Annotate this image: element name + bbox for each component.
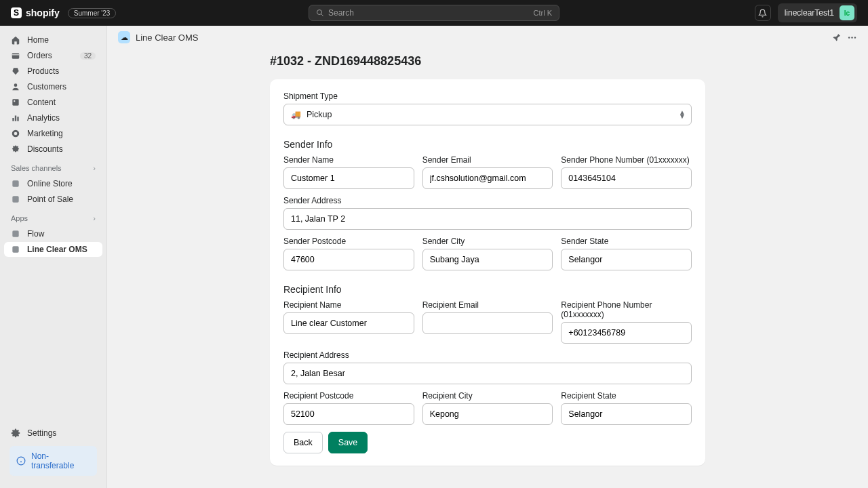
sender-address-input[interactable] [283, 208, 692, 230]
svg-rect-2 [12, 54, 20, 59]
sidebar-item-line-clear-oms[interactable]: Line Clear OMS [4, 242, 102, 257]
sidebar-item-pos[interactable]: Point of Sale [4, 192, 102, 207]
svg-point-3 [14, 83, 18, 87]
updown-icon: ▲▼ [679, 110, 686, 119]
brand-logo[interactable]: S shopify [11, 7, 60, 18]
shipment-type-select[interactable]: 🚚 Pickup ▲▼ [283, 104, 692, 125]
sender-city-input[interactable] [422, 249, 553, 270]
sidebar-item-label: Line Clear OMS [27, 245, 87, 254]
sidebar-item-label: Home [27, 35, 49, 45]
recipient-city-label: Recipient City [422, 391, 553, 401]
logo-icon: S [11, 7, 22, 18]
recipient-postcode-input[interactable] [283, 403, 414, 425]
home-icon [11, 35, 20, 45]
sidebar-item-discounts[interactable]: Discounts [4, 142, 102, 157]
sidebar-item-settings[interactable]: Settings [4, 426, 102, 441]
sender-city-label: Sender City [422, 237, 553, 246]
search-icon [316, 9, 324, 17]
recipient-address-input[interactable] [283, 363, 692, 384]
sender-section-heading: Sender Info [283, 139, 692, 150]
recipient-email-input[interactable] [422, 312, 553, 334]
content-icon [11, 98, 20, 107]
sidebar-item-products[interactable]: Products [4, 64, 102, 79]
sidebar-item-customers[interactable]: Customers [4, 79, 102, 94]
edition-badge[interactable]: Summer '23 [68, 8, 117, 18]
sidebar-item-label: Customers [27, 82, 66, 92]
sidebar-item-orders[interactable]: Orders32 [4, 48, 102, 63]
sidebar-item-label: Orders [27, 51, 52, 60]
shipment-type-value: Pickup [307, 110, 332, 119]
chevron-right-icon[interactable]: › [93, 214, 96, 222]
recipient-email-label: Recipient Email [422, 300, 553, 310]
sender-address-label: Sender Address [283, 196, 692, 205]
orders-icon [11, 51, 20, 60]
save-button[interactable]: Save [328, 432, 368, 453]
recipient-phone-label: Recipient Phone Number (01xxxxxxx) [561, 300, 692, 319]
sidebar-item-marketing[interactable]: Marketing [4, 126, 102, 141]
sidebar-item-label: Online Store [27, 179, 73, 188]
sidebar-item-label: Discounts [27, 144, 63, 154]
svg-point-0 [317, 10, 322, 15]
more-icon[interactable] [847, 33, 857, 43]
nontransferable-notice[interactable]: Non-transferable [9, 446, 97, 476]
sidebar-item-flow[interactable]: Flow [4, 226, 102, 241]
sidebar-item-online-store[interactable]: Online Store [4, 176, 102, 191]
notifications-button[interactable] [755, 5, 771, 21]
profile-button[interactable]: lineclearTest1 lc [778, 3, 857, 22]
svg-rect-8 [17, 117, 18, 121]
svg-rect-7 [15, 116, 16, 121]
sidebar-item-content[interactable]: Content [4, 95, 102, 110]
sidebar-item-home[interactable]: Home [4, 33, 102, 47]
sidebar-item-label: Marketing [27, 129, 63, 138]
svg-point-20 [851, 37, 853, 39]
search-kbd: Ctrl K [534, 9, 553, 17]
search-input[interactable]: Search Ctrl K [309, 5, 559, 21]
flow-icon [11, 229, 20, 239]
discounts-icon [11, 144, 20, 154]
chevron-right-icon[interactable]: › [93, 164, 96, 172]
form-card: Shipment Type 🚚 Pickup ▲▼ Sender Info Se… [270, 79, 705, 466]
pos-icon [11, 195, 20, 204]
sidebar: Home Orders32 Products Customers Content… [0, 26, 107, 488]
section-apps: Apps› [4, 207, 102, 226]
sidebar-item-label: Content [27, 98, 56, 107]
recipient-city-input[interactable] [422, 403, 553, 425]
back-button[interactable]: Back [283, 432, 323, 453]
recipient-state-input[interactable] [561, 403, 692, 425]
sidebar-item-analytics[interactable]: Analytics [4, 110, 102, 125]
sender-email-input[interactable] [422, 167, 553, 189]
svg-rect-11 [12, 180, 18, 186]
analytics-icon [11, 113, 20, 123]
svg-rect-14 [12, 246, 18, 252]
sender-name-label: Sender Name [283, 155, 414, 165]
sender-state-input[interactable] [561, 249, 692, 270]
search-placeholder: Search [328, 8, 534, 18]
sender-postcode-label: Sender Postcode [283, 237, 414, 246]
sidebar-item-label: Point of Sale [27, 195, 73, 204]
sidebar-item-label: Products [27, 66, 59, 76]
sender-phone-input[interactable] [561, 167, 692, 189]
svg-point-21 [854, 37, 856, 39]
pin-icon[interactable] [831, 33, 842, 43]
sidebar-item-label: Settings [27, 428, 56, 438]
svg-point-10 [14, 132, 18, 136]
sender-postcode-input[interactable] [283, 249, 414, 270]
sidebar-item-label: Analytics [27, 113, 60, 123]
sender-name-input[interactable] [283, 167, 414, 189]
sender-state-label: Sender State [561, 237, 692, 246]
recipient-state-label: Recipient State [561, 391, 692, 401]
app-logo-icon: ☁ [118, 31, 130, 43]
sidebar-item-label: Flow [27, 229, 44, 239]
svg-rect-12 [12, 196, 18, 202]
recipient-name-input[interactable] [283, 312, 414, 334]
svg-point-19 [848, 37, 850, 39]
shipment-type-label: Shipment Type [283, 92, 692, 101]
svg-rect-4 [12, 99, 18, 105]
recipient-phone-input[interactable] [561, 322, 692, 344]
brand-text: shopify [26, 7, 60, 18]
products-icon [11, 66, 20, 76]
customers-icon [11, 82, 20, 92]
recipient-name-label: Recipient Name [283, 300, 414, 310]
recipient-postcode-label: Recipient Postcode [283, 391, 414, 401]
truck-icon: 🚚 [291, 110, 301, 119]
